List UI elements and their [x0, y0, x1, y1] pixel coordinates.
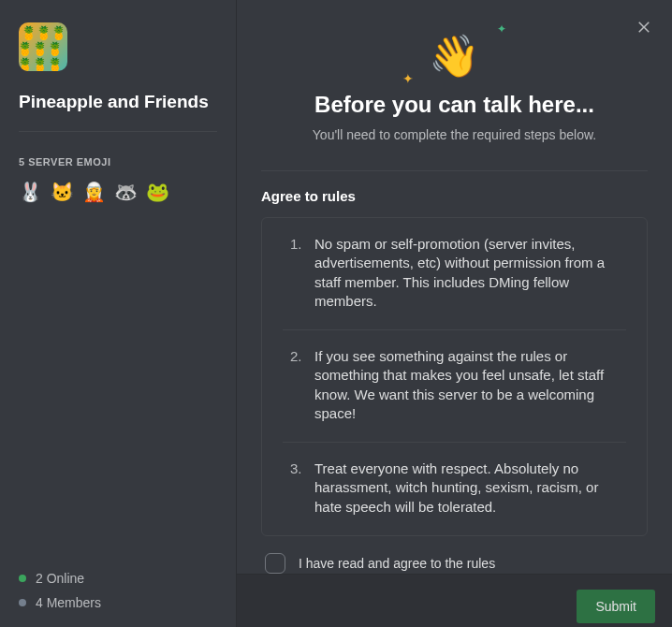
rules-section-title: Agree to rules: [261, 188, 648, 204]
onboarding-panel: ✦ 👋 ✦ Before you can talk here... You'll…: [236, 0, 672, 627]
server-emoji[interactable]: 🐱: [51, 181, 73, 203]
server-name: Pineapple and Friends: [19, 92, 217, 112]
online-dot-icon: [19, 575, 26, 582]
section-divider: [261, 170, 648, 171]
server-emoji[interactable]: 🐰: [19, 181, 41, 203]
submit-button[interactable]: Submit: [577, 590, 655, 623]
panel-footer: Submit: [237, 574, 672, 627]
rule-item: 1. No spam or self-promotion (server inv…: [283, 218, 626, 329]
server-sidebar: Pineapple and Friends 5 Server Emoji 🐰 🐱…: [0, 0, 236, 627]
wave-graphic: ✦ 👋 ✦: [429, 32, 480, 80]
server-emoji[interactable]: 🦝: [114, 181, 137, 203]
hero-title: Before you can talk here...: [274, 92, 635, 118]
rules-box: 1. No spam or self-promotion (server inv…: [261, 217, 648, 536]
rules-section: Agree to rules 1. No spam or self-promot…: [237, 170, 672, 574]
online-count: 2 Online: [36, 571, 84, 586]
hero: ✦ 👋 ✦ Before you can talk here... You'll…: [237, 0, 672, 142]
server-emoji[interactable]: 🐸: [146, 181, 168, 203]
members-dot-icon: [19, 599, 26, 606]
sidebar-footer: 2 Online 4 Members: [19, 561, 101, 610]
server-emoji[interactable]: 🧝: [82, 181, 105, 203]
members-status: 4 Members: [19, 595, 101, 610]
rule-item: 2. If you see something against the rule…: [283, 329, 626, 442]
rule-number: 1.: [290, 235, 305, 311]
emoji-row: 🐰 🐱 🧝 🦝 🐸: [19, 181, 217, 203]
rule-text: No spam or self-promotion (server invite…: [314, 235, 626, 311]
online-status: 2 Online: [19, 571, 101, 586]
hero-subtitle: You'll need to complete the required ste…: [274, 127, 635, 142]
agree-label: I have read and agree to the rules: [299, 556, 495, 571]
members-count: 4 Members: [36, 595, 101, 610]
rule-text: Treat everyone with respect. Absolutely …: [314, 459, 626, 517]
close-button[interactable]: [633, 15, 655, 37]
sparkle-icon: ✦: [402, 71, 414, 86]
rule-item: 3. Treat everyone with respect. Absolute…: [283, 442, 626, 535]
agree-checkbox[interactable]: [265, 553, 285, 574]
rule-number: 2.: [290, 347, 305, 423]
wave-icon: 👋: [429, 33, 480, 79]
emoji-section-header: 5 Server Emoji: [19, 156, 217, 168]
rule-text: If you see something against the rules o…: [314, 347, 626, 423]
sidebar-divider: [19, 131, 217, 132]
rule-number: 3.: [290, 459, 305, 517]
server-icon: [19, 22, 67, 71]
agree-row: I have read and agree to the rules: [261, 553, 648, 574]
close-icon: [635, 18, 652, 35]
sparkle-icon: ✦: [497, 22, 506, 36]
